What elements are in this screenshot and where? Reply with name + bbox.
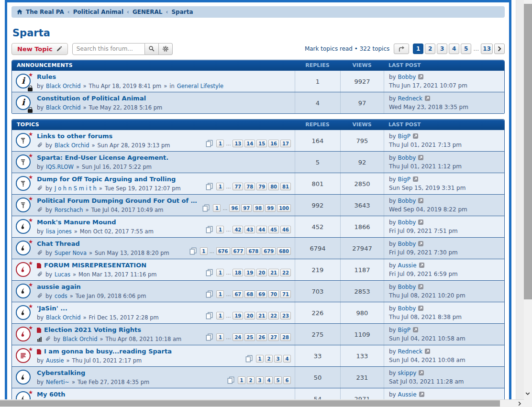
topic-page-button[interactable]: 1 xyxy=(216,269,224,276)
search-options-button[interactable] xyxy=(159,43,173,55)
topic-page-button[interactable]: 678 xyxy=(246,247,260,255)
topic-title-link[interactable]: Cyberstalking xyxy=(37,369,85,377)
forum-link[interactable]: General Lifestyle xyxy=(177,83,223,89)
goto-last-post-icon[interactable] xyxy=(425,96,430,101)
topic-title-link[interactable]: FORUM MISREPRESENTATION xyxy=(44,262,146,270)
goto-last-post-icon[interactable] xyxy=(419,370,424,375)
horizontal-scrollbar[interactable] xyxy=(0,399,524,407)
new-topic-button[interactable]: New Topic xyxy=(11,43,68,55)
author-link[interactable]: Aussie xyxy=(46,357,64,364)
goto-last-post-icon[interactable] xyxy=(418,198,423,203)
topic-title-link[interactable]: I am gonna be busy...reading Sparta xyxy=(44,348,172,356)
topic-page-button[interactable]: 98 xyxy=(253,204,264,212)
topic-title-link[interactable]: My 60th xyxy=(37,391,66,399)
mark-topics-read-link[interactable]: Mark topics read xyxy=(305,45,353,52)
topic-page-button[interactable]: 27 xyxy=(268,333,279,341)
goto-last-post-icon[interactable] xyxy=(413,133,418,139)
vertical-scrollbar-thumb[interactable] xyxy=(524,4,532,299)
topic-page-button[interactable]: 77 xyxy=(233,183,243,190)
topic-page-button[interactable]: 25 xyxy=(244,333,255,341)
topic-page-button[interactable]: 679 xyxy=(262,247,276,255)
search-input[interactable] xyxy=(72,43,145,55)
topic-page-button[interactable]: 22 xyxy=(280,269,291,276)
scroll-down-icon[interactable] xyxy=(525,391,531,396)
topic-page-button[interactable]: 4 xyxy=(283,355,291,363)
topic-page-button[interactable]: 100 xyxy=(277,204,291,212)
last-post-author-link[interactable]: Bobby xyxy=(398,305,416,312)
topic-page-button[interactable]: 14 xyxy=(244,140,255,147)
topic-page-button[interactable]: 80 xyxy=(268,183,279,190)
topic-page-button[interactable]: 1 xyxy=(216,333,224,341)
topic-page-button[interactable]: 79 xyxy=(256,183,267,190)
last-post-author-link[interactable]: Bobby xyxy=(398,219,416,226)
last-post-author-link[interactable]: BigP xyxy=(398,133,410,140)
topic-page-button[interactable]: 99 xyxy=(265,204,276,212)
topic-title-link[interactable]: Rules xyxy=(37,73,56,81)
topic-title-link[interactable]: 'JaSin' ... xyxy=(37,305,67,313)
breadcrumb-link[interactable]: The Real PA xyxy=(26,9,64,15)
vertical-scrollbar[interactable] xyxy=(524,0,532,399)
author-link[interactable]: Super Nova xyxy=(55,250,87,256)
topic-page-button[interactable]: 1 xyxy=(200,247,208,255)
page-button[interactable]: 4 xyxy=(449,44,459,54)
topic-page-button[interactable]: 1 xyxy=(216,312,224,319)
author-link[interactable]: Black Orchid xyxy=(46,104,80,111)
author-link[interactable]: Neferti~ xyxy=(46,379,69,385)
topic-page-button[interactable]: 69 xyxy=(256,290,267,298)
topic-page-button[interactable]: 81 xyxy=(280,183,291,190)
topic-page-button[interactable]: 3 xyxy=(274,355,282,363)
topic-page-button[interactable]: 6 xyxy=(283,376,291,384)
topic-page-button[interactable]: 68 xyxy=(244,290,255,298)
page-button[interactable]: 2 xyxy=(425,44,435,54)
topic-page-button[interactable]: 4 xyxy=(265,376,273,384)
topic-page-button[interactable]: 17 xyxy=(280,140,291,147)
goto-last-post-icon[interactable] xyxy=(419,263,424,268)
next-page-button[interactable] xyxy=(494,44,505,54)
topic-page-button[interactable]: 28 xyxy=(280,333,291,341)
scroll-right-icon[interactable] xyxy=(517,401,522,407)
page-button[interactable]: 3 xyxy=(437,44,447,54)
topic-page-button[interactable]: 676 xyxy=(216,247,230,255)
last-post-author-link[interactable]: Redneck xyxy=(398,95,422,102)
author-link[interactable]: Black Orchid xyxy=(63,336,97,342)
topic-page-button[interactable]: 71 xyxy=(280,290,291,298)
last-post-author-link[interactable]: skippy xyxy=(398,370,417,376)
author-link[interactable]: lisa jones xyxy=(46,228,72,235)
topic-title-link[interactable]: Monk's Manure Mound xyxy=(37,219,116,227)
goto-last-post-icon[interactable] xyxy=(418,155,423,160)
last-post-author-link[interactable]: Bobby xyxy=(398,154,416,161)
topic-page-button[interactable]: 1 xyxy=(216,140,224,147)
topic-title-link[interactable]: Election 2021 Voting Rights xyxy=(44,326,141,334)
topic-page-button[interactable]: 20 xyxy=(256,269,267,276)
topic-page-button[interactable]: 13 xyxy=(233,140,243,147)
topic-page-button[interactable]: 1 xyxy=(216,290,224,298)
last-post-author-link[interactable]: BigP xyxy=(398,327,410,333)
topic-page-button[interactable]: 1 xyxy=(213,204,221,212)
last-post-author-link[interactable]: Bobby xyxy=(398,284,416,290)
topic-title-link[interactable]: Links to other forums xyxy=(37,132,112,141)
author-link[interactable]: IQS.RLOW xyxy=(46,164,74,170)
topic-page-button[interactable]: 22 xyxy=(268,312,279,319)
breadcrumb-link[interactable]: GENERAL xyxy=(133,9,162,15)
author-link[interactable]: Black Orchid xyxy=(46,314,80,321)
last-post-author-link[interactable]: Aussie xyxy=(398,391,417,398)
page-button[interactable]: 1 xyxy=(413,44,423,54)
topic-page-button[interactable]: 67 xyxy=(233,290,243,298)
topic-page-button[interactable]: 24 xyxy=(233,333,243,341)
breadcrumb-link[interactable]: Sparta xyxy=(171,9,193,15)
topic-page-button[interactable]: 18 xyxy=(233,269,243,276)
last-post-author-link[interactable]: Aussie xyxy=(398,262,417,269)
topic-page-button[interactable]: 19 xyxy=(244,269,255,276)
topic-page-button[interactable]: 46 xyxy=(280,226,291,233)
last-post-author-link[interactable]: Bobby xyxy=(398,198,416,204)
goto-last-post-icon[interactable] xyxy=(418,241,423,246)
breadcrumb-link[interactable]: Political Animal xyxy=(73,9,123,15)
author-link[interactable]: J o h n S m i t h xyxy=(55,185,97,192)
topic-page-button[interactable]: 21 xyxy=(256,312,267,319)
author-link[interactable]: Lucas xyxy=(55,271,70,278)
topic-title-link[interactable]: Sparta: End-User License Agreement. xyxy=(37,154,168,162)
topic-page-button[interactable]: 1 xyxy=(256,355,264,363)
topic-title-link[interactable]: Chat Thread xyxy=(37,240,80,248)
goto-last-post-icon[interactable] xyxy=(418,284,423,289)
page-button[interactable]: 13 xyxy=(481,44,493,54)
